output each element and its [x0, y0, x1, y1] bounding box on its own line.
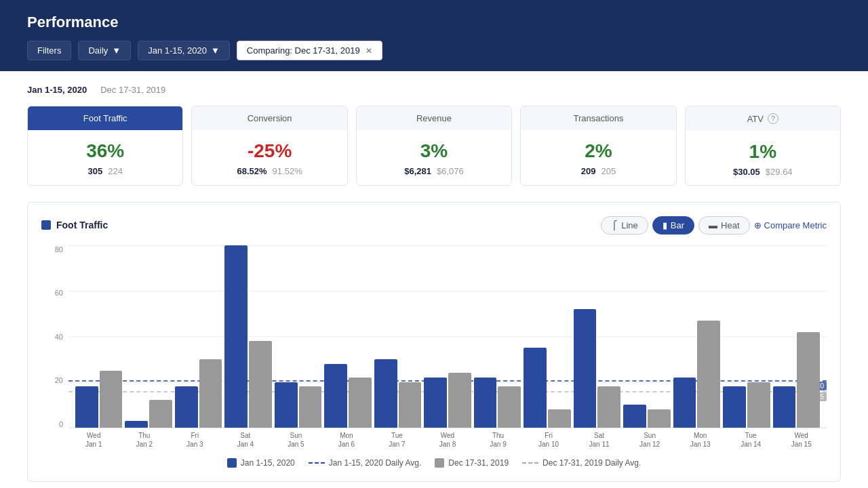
- bar-gray: [548, 409, 571, 428]
- header-controls: Filters Daily ▼ Jan 1-15, 2020 ▼ Compari…: [27, 41, 841, 60]
- metric-name: Foot Traffic: [83, 113, 127, 123]
- metric-values: 305 224: [37, 166, 173, 176]
- metric-body: 2% 209 205: [521, 130, 675, 184]
- x-axis-label: Tue Jan 7: [372, 431, 422, 449]
- bar-blue: [424, 378, 447, 428]
- x-axis-label: Sun Jan 5: [271, 431, 321, 449]
- bar-group: [125, 245, 172, 428]
- bar-gray: [797, 332, 820, 428]
- metric-name: ATV: [747, 114, 764, 124]
- y-axis: 80 60 40 20 0: [41, 245, 68, 428]
- legend-label: Jan 1-15, 2020 Daily Avg.: [329, 458, 422, 468]
- content: Jan 1-15, 2020 Dec 17-31, 2019 Foot Traf…: [0, 71, 868, 488]
- bar-blue: [673, 378, 696, 428]
- metric-header: Revenue: [357, 106, 511, 130]
- y-label: 80: [55, 245, 63, 253]
- chart-header: Foot Traffic ⎧ Line ▮ Bar ▬ Heat: [41, 216, 827, 235]
- metric-name: Transactions: [573, 113, 623, 123]
- plus-circle-icon: ⊕: [754, 220, 762, 230]
- metric-card-atv[interactable]: ATV ? 1% $30.05 $29.64: [685, 106, 841, 186]
- y-label: 0: [59, 420, 63, 428]
- line-btn-label: Line: [621, 220, 638, 230]
- bar-blue: [75, 386, 98, 428]
- legend-item-blue: Jan 1-15, 2020: [227, 458, 295, 468]
- bar-blue: [374, 359, 397, 428]
- bar-gray: [697, 321, 720, 428]
- metric-values: 209 205: [530, 166, 666, 176]
- chevron-down-icon: ▼: [211, 45, 220, 56]
- chart-legend: Jan 1-15, 2020 Jan 1-15, 2020 Daily Avg.…: [41, 458, 827, 468]
- bar-button[interactable]: ▮ Bar: [652, 216, 694, 235]
- bar-group: [275, 245, 321, 428]
- bar-gray: [100, 371, 123, 428]
- y-label: 20: [55, 376, 63, 384]
- value-secondary: $6,076: [437, 166, 464, 176]
- y-label: 60: [55, 289, 63, 297]
- info-icon[interactable]: ?: [768, 113, 778, 124]
- bar-blue: [524, 348, 547, 428]
- chart-area: 80 60 40 20 0: [41, 245, 827, 449]
- heat-button[interactable]: ▬ Heat: [698, 216, 749, 235]
- compare-btn-label: Compare Metric: [764, 220, 827, 230]
- close-icon[interactable]: ✕: [366, 46, 372, 56]
- metric-percent: 1%: [695, 142, 831, 163]
- bar-blue: [723, 386, 746, 428]
- heat-btn-label: Heat: [721, 220, 739, 230]
- x-axis-label: Wed Jan 15: [776, 431, 827, 449]
- date-range-dropdown[interactable]: Jan 1-15, 2020 ▼: [138, 41, 230, 60]
- bar-gray: [448, 373, 471, 428]
- bar-blue: [275, 382, 298, 428]
- page-wrapper: Performance Filters Daily ▼ Jan 1-15, 20…: [0, 0, 868, 488]
- bar-blue: [224, 245, 248, 428]
- x-axis-label: Thu Jan 9: [473, 431, 524, 449]
- frequency-label: Daily: [88, 45, 108, 56]
- metric-percent: 36%: [37, 141, 173, 162]
- value-primary: 68.52%: [237, 166, 267, 176]
- value-primary: 305: [88, 166, 103, 176]
- chart-controls: ⎧ Line ▮ Bar ▬ Heat ⊕ Compare Metric: [601, 216, 827, 235]
- bar-group: [424, 245, 471, 428]
- bar-group: [623, 245, 670, 428]
- bar-group: [574, 245, 620, 428]
- metric-card-revenue[interactable]: Revenue 3% $6,281 $6,076: [356, 106, 512, 186]
- compare-metric-button[interactable]: ⊕ Compare Metric: [754, 220, 827, 230]
- value-primary: $30.05: [733, 167, 760, 177]
- bar-group: [524, 245, 570, 428]
- value-secondary: 205: [601, 166, 616, 176]
- bar-blue: [623, 405, 646, 428]
- bar-chart-icon: ▮: [663, 220, 667, 230]
- legend-line-blue-dashed-icon: [309, 462, 325, 464]
- bar-blue: [324, 364, 347, 428]
- line-button[interactable]: ⎧ Line: [601, 216, 648, 235]
- bar-blue: [474, 378, 497, 428]
- secondary-date: Dec 17-31, 2019: [100, 85, 165, 95]
- metric-card-foot-traffic[interactable]: Foot Traffic 36% 305 224: [27, 106, 183, 186]
- date-labels: Jan 1-15, 2020 Dec 17-31, 2019: [27, 85, 841, 95]
- metric-values: $6,281 $6,076: [366, 166, 502, 176]
- metric-body: 3% $6,281 $6,076: [357, 130, 511, 184]
- x-axis-label: Sat Jan 11: [574, 431, 625, 449]
- frequency-dropdown[interactable]: Daily ▼: [78, 41, 131, 60]
- metric-values: $30.05 $29.64: [695, 167, 831, 177]
- metric-body: 36% 305 224: [28, 130, 182, 184]
- legend-color-gray: [435, 458, 444, 468]
- metric-name: Revenue: [416, 113, 452, 123]
- metric-values: 68.52% 91.52%: [201, 166, 337, 176]
- bar-btn-label: Bar: [671, 220, 684, 230]
- comparing-button[interactable]: Comparing: Dec 17-31, 2019 ✕: [237, 41, 382, 60]
- filters-button[interactable]: Filters: [27, 41, 71, 60]
- metric-percent: -25%: [201, 141, 337, 162]
- legend-square-icon: [41, 220, 51, 230]
- metric-body: 1% $30.05 $29.64: [686, 131, 840, 185]
- metric-header: Conversion: [192, 106, 347, 130]
- bar-gray: [399, 382, 422, 428]
- metric-card-transactions[interactable]: Transactions 2% 209 205: [520, 106, 676, 186]
- comparing-label: Comparing: Dec 17-31, 2019: [247, 45, 360, 56]
- x-axis-label: Sun Jan 12: [625, 431, 675, 449]
- value-primary: $6,281: [404, 166, 431, 176]
- x-axis-label: Thu Jan 2: [119, 431, 170, 449]
- legend-line-gray-dashed-icon: [522, 462, 538, 464]
- header: Performance Filters Daily ▼ Jan 1-15, 20…: [0, 0, 868, 71]
- legend-item-blue-dashed: Jan 1-15, 2020 Daily Avg.: [309, 458, 422, 468]
- metric-card-conversion[interactable]: Conversion -25% 68.52% 91.52%: [191, 106, 347, 186]
